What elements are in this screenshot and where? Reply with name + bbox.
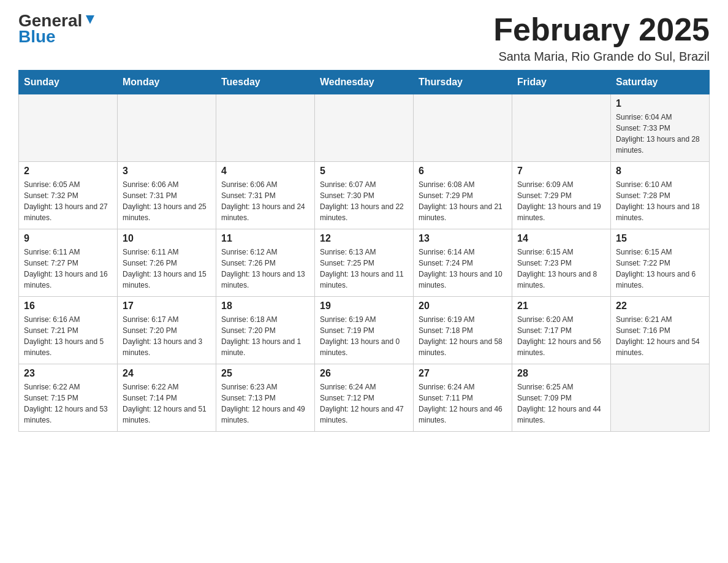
calendar-table: SundayMondayTuesdayWednesdayThursdayFrid…	[18, 70, 710, 432]
day-info: Sunrise: 6:08 AM Sunset: 7:29 PM Dayligh…	[419, 179, 507, 223]
day-number: 24	[123, 368, 211, 379]
main-title: February 2025	[493, 12, 710, 47]
day-info: Sunrise: 6:18 AM Sunset: 7:20 PM Dayligh…	[221, 314, 309, 358]
day-info: Sunrise: 6:16 AM Sunset: 7:21 PM Dayligh…	[24, 314, 112, 358]
logo-arrow-icon	[83, 13, 97, 26]
day-info: Sunrise: 6:23 AM Sunset: 7:13 PM Dayligh…	[221, 381, 309, 426]
day-number: 18	[221, 301, 309, 312]
calendar-cell	[414, 94, 512, 162]
day-number: 7	[517, 166, 605, 177]
calendar-cell: 9Sunrise: 6:11 AM Sunset: 7:27 PM Daylig…	[19, 229, 118, 297]
day-info: Sunrise: 6:25 AM Sunset: 7:09 PM Dayligh…	[517, 381, 605, 426]
calendar-header: SundayMondayTuesdayWednesdayThursdayFrid…	[19, 71, 710, 94]
day-number: 28	[517, 368, 605, 379]
calendar-cell	[611, 364, 710, 432]
header-day-tuesday: Tuesday	[216, 71, 315, 94]
day-number: 19	[320, 301, 408, 312]
subtitle: Santa Maria, Rio Grande do Sul, Brazil	[493, 50, 710, 64]
svg-marker-0	[86, 15, 94, 24]
day-info: Sunrise: 6:19 AM Sunset: 7:19 PM Dayligh…	[320, 314, 408, 358]
header-day-wednesday: Wednesday	[315, 71, 414, 94]
day-number: 25	[221, 368, 309, 379]
day-info: Sunrise: 6:20 AM Sunset: 7:17 PM Dayligh…	[517, 314, 605, 358]
calendar-cell: 24Sunrise: 6:22 AM Sunset: 7:14 PM Dayli…	[118, 364, 216, 432]
day-info: Sunrise: 6:22 AM Sunset: 7:14 PM Dayligh…	[123, 381, 211, 426]
title-block: February 2025 Santa Maria, Rio Grande do…	[493, 12, 710, 64]
day-info: Sunrise: 6:21 AM Sunset: 7:16 PM Dayligh…	[616, 314, 704, 358]
calendar-cell: 18Sunrise: 6:18 AM Sunset: 7:20 PM Dayli…	[216, 297, 315, 364]
day-info: Sunrise: 6:09 AM Sunset: 7:29 PM Dayligh…	[517, 179, 605, 223]
day-info: Sunrise: 6:11 AM Sunset: 7:27 PM Dayligh…	[24, 247, 112, 291]
calendar-cell	[512, 94, 611, 162]
calendar-cell: 17Sunrise: 6:17 AM Sunset: 7:20 PM Dayli…	[118, 297, 216, 364]
day-info: Sunrise: 6:06 AM Sunset: 7:31 PM Dayligh…	[123, 179, 211, 223]
page-header: General Blue February 2025 Santa Maria, …	[18, 12, 710, 64]
calendar-cell: 23Sunrise: 6:22 AM Sunset: 7:15 PM Dayli…	[19, 364, 118, 432]
day-info: Sunrise: 6:04 AM Sunset: 7:33 PM Dayligh…	[616, 112, 704, 156]
calendar-cell: 3Sunrise: 6:06 AM Sunset: 7:31 PM Daylig…	[118, 162, 216, 229]
week-row-1: 1Sunrise: 6:04 AM Sunset: 7:33 PM Daylig…	[19, 94, 710, 162]
day-info: Sunrise: 6:11 AM Sunset: 7:26 PM Dayligh…	[123, 247, 211, 291]
calendar-cell: 22Sunrise: 6:21 AM Sunset: 7:16 PM Dayli…	[611, 297, 710, 364]
day-info: Sunrise: 6:17 AM Sunset: 7:20 PM Dayligh…	[123, 314, 211, 358]
header-day-friday: Friday	[512, 71, 611, 94]
day-info: Sunrise: 6:07 AM Sunset: 7:30 PM Dayligh…	[320, 179, 408, 223]
day-info: Sunrise: 6:24 AM Sunset: 7:12 PM Dayligh…	[320, 381, 408, 426]
calendar-cell: 12Sunrise: 6:13 AM Sunset: 7:25 PM Dayli…	[315, 229, 414, 297]
calendar-cell: 2Sunrise: 6:05 AM Sunset: 7:32 PM Daylig…	[19, 162, 118, 229]
calendar-cell: 16Sunrise: 6:16 AM Sunset: 7:21 PM Dayli…	[19, 297, 118, 364]
day-info: Sunrise: 6:22 AM Sunset: 7:15 PM Dayligh…	[24, 381, 112, 426]
day-number: 16	[24, 301, 112, 312]
day-info: Sunrise: 6:10 AM Sunset: 7:28 PM Dayligh…	[616, 179, 704, 223]
week-row-2: 2Sunrise: 6:05 AM Sunset: 7:32 PM Daylig…	[19, 162, 710, 229]
week-row-4: 16Sunrise: 6:16 AM Sunset: 7:21 PM Dayli…	[19, 297, 710, 364]
calendar-cell: 19Sunrise: 6:19 AM Sunset: 7:19 PM Dayli…	[315, 297, 414, 364]
day-number: 5	[320, 166, 408, 177]
calendar-cell: 7Sunrise: 6:09 AM Sunset: 7:29 PM Daylig…	[512, 162, 611, 229]
day-info: Sunrise: 6:13 AM Sunset: 7:25 PM Dayligh…	[320, 247, 408, 291]
day-number: 1	[616, 98, 704, 109]
header-day-saturday: Saturday	[611, 71, 710, 94]
calendar-cell	[19, 94, 118, 162]
day-number: 4	[221, 166, 309, 177]
calendar-cell: 10Sunrise: 6:11 AM Sunset: 7:26 PM Dayli…	[118, 229, 216, 297]
day-info: Sunrise: 6:15 AM Sunset: 7:23 PM Dayligh…	[517, 247, 605, 291]
day-number: 11	[221, 233, 309, 244]
day-number: 14	[517, 233, 605, 244]
calendar-cell: 8Sunrise: 6:10 AM Sunset: 7:28 PM Daylig…	[611, 162, 710, 229]
calendar-body: 1Sunrise: 6:04 AM Sunset: 7:33 PM Daylig…	[19, 94, 710, 432]
calendar-cell: 5Sunrise: 6:07 AM Sunset: 7:30 PM Daylig…	[315, 162, 414, 229]
day-number: 9	[24, 233, 112, 244]
day-number: 6	[419, 166, 507, 177]
calendar-cell: 1Sunrise: 6:04 AM Sunset: 7:33 PM Daylig…	[611, 94, 710, 162]
day-number: 23	[24, 368, 112, 379]
day-number: 21	[517, 301, 605, 312]
day-number: 15	[616, 233, 704, 244]
header-day-sunday: Sunday	[19, 71, 118, 94]
calendar-cell	[118, 94, 216, 162]
day-info: Sunrise: 6:05 AM Sunset: 7:32 PM Dayligh…	[24, 179, 112, 223]
day-number: 26	[320, 368, 408, 379]
calendar-cell	[315, 94, 414, 162]
calendar-cell: 27Sunrise: 6:24 AM Sunset: 7:11 PM Dayli…	[414, 364, 512, 432]
day-number: 12	[320, 233, 408, 244]
calendar-cell: 13Sunrise: 6:14 AM Sunset: 7:24 PM Dayli…	[414, 229, 512, 297]
calendar-cell: 26Sunrise: 6:24 AM Sunset: 7:12 PM Dayli…	[315, 364, 414, 432]
calendar-cell: 6Sunrise: 6:08 AM Sunset: 7:29 PM Daylig…	[414, 162, 512, 229]
calendar-cell: 14Sunrise: 6:15 AM Sunset: 7:23 PM Dayli…	[512, 229, 611, 297]
day-number: 3	[123, 166, 211, 177]
day-info: Sunrise: 6:24 AM Sunset: 7:11 PM Dayligh…	[419, 381, 507, 426]
day-info: Sunrise: 6:14 AM Sunset: 7:24 PM Dayligh…	[419, 247, 507, 291]
day-number: 27	[419, 368, 507, 379]
day-number: 22	[616, 301, 704, 312]
day-info: Sunrise: 6:15 AM Sunset: 7:22 PM Dayligh…	[616, 247, 704, 291]
calendar-cell: 11Sunrise: 6:12 AM Sunset: 7:26 PM Dayli…	[216, 229, 315, 297]
logo-blue: Blue	[18, 27, 56, 47]
day-number: 8	[616, 166, 704, 177]
calendar-cell	[216, 94, 315, 162]
logo: General Blue	[18, 12, 97, 47]
calendar-cell: 15Sunrise: 6:15 AM Sunset: 7:22 PM Dayli…	[611, 229, 710, 297]
day-number: 10	[123, 233, 211, 244]
day-info: Sunrise: 6:19 AM Sunset: 7:18 PM Dayligh…	[419, 314, 507, 358]
calendar-cell: 4Sunrise: 6:06 AM Sunset: 7:31 PM Daylig…	[216, 162, 315, 229]
